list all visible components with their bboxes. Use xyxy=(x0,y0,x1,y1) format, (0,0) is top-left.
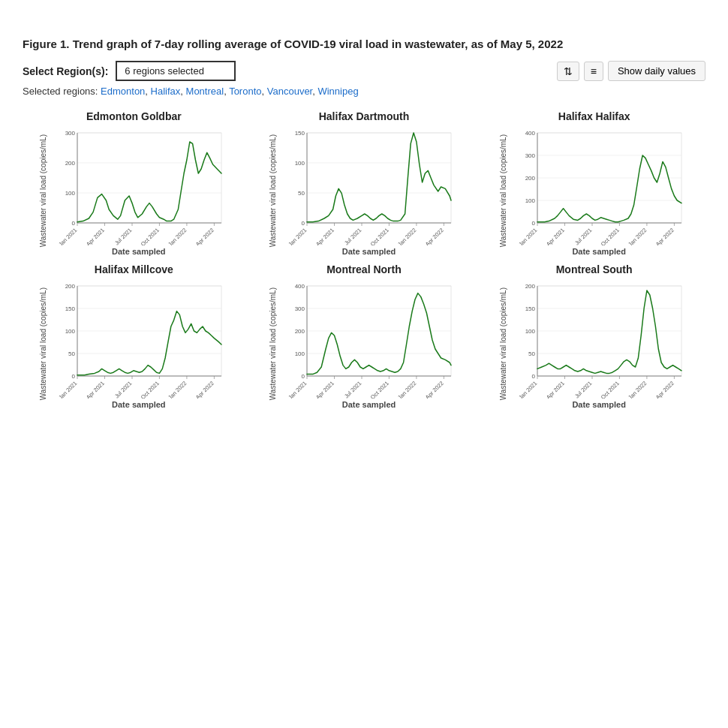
svg-text:Jan 2022: Jan 2022 xyxy=(167,227,188,245)
svg-text:Jan 2021: Jan 2021 xyxy=(517,227,538,245)
chart-title-halifax-millcove: Halifax Millcove xyxy=(95,263,173,275)
show-daily-button[interactable]: Show daily values xyxy=(608,61,705,81)
svg-text:0: 0 xyxy=(302,220,305,227)
chart-halifax-millcove: Halifax Millcove Wastewater viral load (… xyxy=(23,263,245,409)
region-edmonton[interactable]: Edmonton xyxy=(101,86,145,97)
chart-svg-halifax-halifax: 0100200300400Jan 2021Apr 2021Jul 2021Oct… xyxy=(509,125,689,245)
selected-regions-row: Selected regions: Edmonton, Halifax, Mon… xyxy=(23,86,705,97)
chart-title-halifax-halifax: Halifax Halifax xyxy=(558,110,630,122)
svg-text:Jan 2022: Jan 2022 xyxy=(167,380,188,399)
svg-text:Apr 2022: Apr 2022 xyxy=(424,227,445,245)
svg-text:Apr 2021: Apr 2021 xyxy=(315,380,336,399)
svg-text:Jan 2021: Jan 2021 xyxy=(57,227,78,245)
svg-text:300: 300 xyxy=(295,305,305,312)
svg-rect-0 xyxy=(77,133,221,223)
svg-text:Oct 2021: Oct 2021 xyxy=(369,227,390,245)
chart-halifax-dartmouth: Halifax Dartmouth Wastewater viral load … xyxy=(253,110,476,256)
chart-svg-halifax-dartmouth: 050100150Jan 2021Apr 2021Jul 2021Oct 202… xyxy=(278,125,459,245)
svg-text:Apr 2021: Apr 2021 xyxy=(545,227,566,245)
svg-text:Apr 2022: Apr 2022 xyxy=(654,380,675,399)
svg-text:150: 150 xyxy=(65,305,75,312)
svg-text:Jul 2021: Jul 2021 xyxy=(573,227,593,245)
svg-text:Jul 2021: Jul 2021 xyxy=(113,380,133,399)
region-vancouver[interactable]: Vancouver xyxy=(267,86,312,97)
sort-button[interactable]: ⇅ xyxy=(557,62,579,81)
svg-text:Apr 2022: Apr 2022 xyxy=(654,227,675,245)
svg-text:Oct 2021: Oct 2021 xyxy=(140,227,161,245)
chart-area-halifax-halifax: Wastewater viral load (copies/mL) 010020… xyxy=(499,125,689,256)
svg-text:50: 50 xyxy=(299,190,305,197)
svg-text:300: 300 xyxy=(525,152,536,159)
chart-title-halifax-dartmouth: Halifax Dartmouth xyxy=(319,110,410,122)
y-axis-label-edmonton-goldbar: Wastewater viral load (copies/mL) xyxy=(39,134,47,247)
svg-text:Oct 2021: Oct 2021 xyxy=(140,380,161,399)
chart-title-montreal-south: Montreal South xyxy=(556,263,633,275)
svg-text:Apr 2021: Apr 2021 xyxy=(85,227,106,245)
figure-title: Figure 1. Trend graph of 7-day rolling a… xyxy=(23,38,705,50)
select-label: Select Region(s): xyxy=(23,65,108,77)
svg-text:0: 0 xyxy=(532,220,536,227)
svg-text:Jan 2021: Jan 2021 xyxy=(287,227,308,245)
chart-svg-montreal-south: 050100150200Jan 2021Apr 2021Jul 2021Oct … xyxy=(509,278,689,399)
svg-text:150: 150 xyxy=(525,305,536,312)
charts-grid: Edmonton Goldbar Wastewater viral load (… xyxy=(23,110,705,409)
controls-right: ⇅ ≡ Show daily values xyxy=(557,61,705,81)
svg-text:200: 200 xyxy=(295,328,305,335)
svg-text:Apr 2022: Apr 2022 xyxy=(424,380,445,399)
y-axis-label-montreal-south: Wastewater viral load (copies/mL) xyxy=(499,287,507,400)
region-halifax[interactable]: Halifax xyxy=(151,86,181,97)
x-axis-label-halifax-halifax: Date sampled xyxy=(572,247,626,256)
chart-montreal-north: Montreal North Wastewater viral load (co… xyxy=(253,263,476,409)
svg-text:0: 0 xyxy=(302,373,305,380)
chart-area-montreal-north: Wastewater viral load (copies/mL) 010020… xyxy=(269,278,459,409)
svg-text:100: 100 xyxy=(525,328,536,335)
region-winnipeg[interactable]: Winnipeg xyxy=(317,86,358,97)
chart-svg-halifax-millcove: 050100150200Jan 2021Apr 2021Jul 2021Oct … xyxy=(49,278,229,399)
svg-text:Jan 2021: Jan 2021 xyxy=(57,380,78,399)
chart-svg-edmonton-goldbar: 0100200300Jan 2021Apr 2021Jul 2021Oct 20… xyxy=(49,125,229,245)
selected-regions-label: Selected regions: xyxy=(23,86,98,97)
svg-text:0: 0 xyxy=(71,220,75,227)
chart-area-halifax-millcove: Wastewater viral load (copies/mL) 050100… xyxy=(39,278,229,409)
svg-text:400: 400 xyxy=(525,130,536,137)
svg-text:Jan 2022: Jan 2022 xyxy=(627,380,648,399)
y-axis-label-halifax-dartmouth: Wastewater viral load (copies/mL) xyxy=(269,134,277,247)
region-select[interactable]: 6 regions selected xyxy=(116,61,236,81)
svg-text:Apr 2021: Apr 2021 xyxy=(315,227,336,245)
svg-text:200: 200 xyxy=(525,175,536,182)
chart-edmonton-goldbar: Edmonton Goldbar Wastewater viral load (… xyxy=(23,110,245,256)
svg-text:Jan 2021: Jan 2021 xyxy=(517,380,538,399)
svg-text:Apr 2021: Apr 2021 xyxy=(545,380,566,399)
menu-button[interactable]: ≡ xyxy=(584,62,603,81)
region-toronto[interactable]: Toronto xyxy=(229,86,261,97)
svg-text:100: 100 xyxy=(295,160,305,167)
svg-text:Oct 2021: Oct 2021 xyxy=(600,227,621,245)
svg-text:200: 200 xyxy=(525,283,536,290)
x-axis-label-halifax-millcove: Date sampled xyxy=(112,400,166,409)
chart-area-halifax-dartmouth: Wastewater viral load (copies/mL) 050100… xyxy=(269,125,459,256)
svg-text:400: 400 xyxy=(295,283,305,290)
svg-text:Jul 2021: Jul 2021 xyxy=(343,380,362,399)
chart-svg-montreal-north: 0100200300400Jan 2021Apr 2021Jul 2021Oct… xyxy=(278,278,459,399)
svg-text:300: 300 xyxy=(65,130,75,137)
chart-inner-halifax-millcove: 050100150200Jan 2021Apr 2021Jul 2021Oct … xyxy=(49,278,229,409)
chart-title-edmonton-goldbar: Edmonton Goldbar xyxy=(86,110,182,122)
chart-montreal-south: Montreal South Wastewater viral load (co… xyxy=(483,263,705,409)
svg-text:50: 50 xyxy=(68,350,75,357)
svg-text:200: 200 xyxy=(65,283,75,290)
chart-area-edmonton-goldbar: Wastewater viral load (copies/mL) 010020… xyxy=(39,125,229,256)
svg-text:200: 200 xyxy=(65,160,75,167)
svg-text:100: 100 xyxy=(65,190,75,197)
svg-text:Jul 2021: Jul 2021 xyxy=(343,227,362,245)
chart-inner-montreal-north: 0100200300400Jan 2021Apr 2021Jul 2021Oct… xyxy=(278,278,459,409)
x-axis-label-montreal-north: Date sampled xyxy=(342,400,396,409)
chart-title-montreal-north: Montreal North xyxy=(326,263,402,275)
svg-text:Jan 2022: Jan 2022 xyxy=(397,380,418,399)
chart-inner-halifax-halifax: 0100200300400Jan 2021Apr 2021Jul 2021Oct… xyxy=(509,125,689,256)
region-montreal[interactable]: Montreal xyxy=(186,86,224,97)
x-axis-label-edmonton-goldbar: Date sampled xyxy=(112,247,166,256)
svg-text:Oct 2021: Oct 2021 xyxy=(600,380,621,399)
y-axis-label-halifax-halifax: Wastewater viral load (copies/mL) xyxy=(499,134,507,247)
x-axis-label-montreal-south: Date sampled xyxy=(572,400,626,409)
svg-text:Apr 2022: Apr 2022 xyxy=(194,227,215,245)
